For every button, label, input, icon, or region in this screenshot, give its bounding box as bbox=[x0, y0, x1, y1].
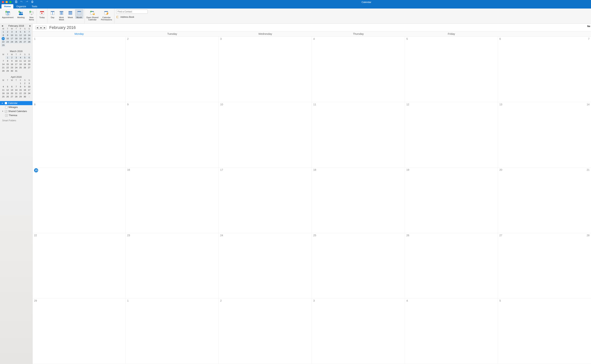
day-cell[interactable]: 11 bbox=[312, 102, 405, 168]
mini-day-cell[interactable]: 25 bbox=[1, 95, 5, 98]
find-contact-input[interactable] bbox=[116, 10, 148, 14]
mini-day-cell[interactable]: 17 bbox=[14, 63, 18, 66]
mini-day-cell[interactable]: 27 bbox=[27, 66, 31, 69]
mini-day-cell[interactable]: 12 bbox=[5, 88, 10, 92]
mini-day-cell[interactable]: 29 bbox=[5, 69, 10, 72]
mini-day-cell[interactable]: 11 bbox=[18, 59, 23, 63]
mini-day-cell[interactable]: 7 bbox=[1, 59, 5, 63]
mini-day-cell[interactable]: 16 bbox=[5, 37, 10, 40]
calendar-item-calendar[interactable]: ▶ Calendar bbox=[0, 101, 32, 105]
mini-prev-button[interactable]: ◀ bbox=[1, 25, 3, 27]
mini-day-cell[interactable]: 13 bbox=[27, 59, 31, 63]
mini-day-cell[interactable]: 19 bbox=[18, 37, 23, 40]
day-cell[interactable]: 3 bbox=[312, 299, 405, 364]
day-cell[interactable]: 2 bbox=[126, 37, 219, 102]
mini-day-cell[interactable]: 23 bbox=[10, 66, 14, 69]
mini-day-cell[interactable]: 28 bbox=[27, 40, 31, 44]
day-cell[interactable]: 4 bbox=[405, 299, 498, 364]
day-cell[interactable]: 3 bbox=[219, 37, 312, 102]
mini-day-cell[interactable]: 12 bbox=[18, 33, 23, 37]
next-period-button[interactable]: ▶ bbox=[43, 26, 46, 29]
new-items-button[interactable]: New Items bbox=[27, 9, 36, 21]
mini-day-cell[interactable]: 2 bbox=[10, 56, 14, 59]
mini-day-cell[interactable]: 2 bbox=[23, 82, 27, 85]
mini-day-cell[interactable]: 5 bbox=[5, 85, 10, 88]
mini-day-cell[interactable]: 1 bbox=[1, 30, 5, 33]
window-minimize-icon[interactable] bbox=[6, 1, 8, 3]
mini-day-cell[interactable]: 16 bbox=[23, 88, 27, 92]
mini-day-cell[interactable]: 7 bbox=[14, 85, 18, 88]
calendar-item-mileages[interactable]: Mileages bbox=[0, 105, 32, 109]
calendar-item-shared[interactable]: ▼ Shared Calendars bbox=[0, 109, 32, 113]
mini-day-cell[interactable]: 26 bbox=[23, 66, 27, 69]
day-cell[interactable]: 15 bbox=[32, 168, 126, 233]
view-day-button[interactable]: Day bbox=[49, 9, 57, 19]
mini-day-cell[interactable]: 30 bbox=[10, 69, 14, 72]
mini-day-cell[interactable]: 23 bbox=[5, 40, 10, 44]
mini-day-cell[interactable]: 4 bbox=[18, 56, 23, 59]
day-cell[interactable]: 25 bbox=[312, 233, 405, 299]
mini-day-cell[interactable]: 29 bbox=[18, 95, 23, 98]
mini-day-cell[interactable]: 8 bbox=[1, 33, 5, 37]
undo-icon[interactable] bbox=[20, 0, 23, 4]
day-cell[interactable]: 29 bbox=[32, 299, 126, 364]
mini-day-cell[interactable]: 8 bbox=[18, 85, 23, 88]
mini-day-cell[interactable]: 4 bbox=[14, 30, 18, 33]
print-icon[interactable] bbox=[31, 0, 34, 4]
mini-day-cell[interactable]: 23 bbox=[23, 92, 27, 95]
mini-day-cell[interactable]: 9 bbox=[23, 85, 27, 88]
tab-organize[interactable]: Organize bbox=[14, 4, 29, 8]
month-grid[interactable]: 1234567891011121314151617181920212223242… bbox=[32, 37, 591, 364]
mini-day-cell[interactable]: 25 bbox=[18, 66, 23, 69]
mini-day-cell[interactable]: 15 bbox=[18, 88, 23, 92]
tab-home[interactable]: Home bbox=[1, 4, 13, 8]
day-cell[interactable]: 5 bbox=[405, 37, 498, 102]
day-cell[interactable]: 9 bbox=[126, 102, 219, 168]
mini-day-cell[interactable]: 24 bbox=[10, 40, 14, 44]
mini-day-cell[interactable]: 29 bbox=[1, 44, 5, 47]
mini-day-cell[interactable]: 7 bbox=[27, 30, 31, 33]
today-diamond-button[interactable]: ◆ bbox=[39, 26, 43, 29]
mini-day-cell[interactable]: 27 bbox=[23, 40, 27, 44]
day-cell[interactable]: 12 bbox=[405, 102, 498, 168]
day-cell[interactable]: 23 bbox=[126, 233, 219, 299]
mini-day-cell[interactable]: 9 bbox=[10, 59, 14, 63]
open-shared-calendar-button[interactable]: Open Shared Calendar bbox=[86, 9, 99, 21]
day-cell[interactable]: 22 bbox=[32, 233, 126, 299]
mini-day-cell[interactable]: 21 bbox=[27, 37, 31, 40]
mini-day-cell[interactable]: 16 bbox=[10, 63, 14, 66]
mini-day-cell[interactable]: 20 bbox=[23, 37, 27, 40]
mini-day-cell[interactable]: 28 bbox=[14, 95, 18, 98]
calendar-item-theresa[interactable]: Theresa bbox=[0, 113, 32, 117]
mini-day-cell[interactable]: 20 bbox=[27, 63, 31, 66]
mini-day-cell[interactable]: 26 bbox=[18, 40, 23, 44]
mini-day-cell[interactable]: 31 bbox=[14, 69, 18, 72]
day-cell[interactable]: 2 bbox=[219, 299, 312, 364]
mini-day-cell[interactable]: 3 bbox=[27, 82, 31, 85]
redo-icon[interactable] bbox=[26, 0, 28, 4]
day-cell[interactable]: 10 bbox=[219, 102, 312, 168]
day-cell[interactable]: 67 bbox=[498, 37, 591, 102]
mini-day-cell[interactable]: 21 bbox=[14, 92, 18, 95]
view-workweek-button[interactable]: Work Week bbox=[57, 9, 65, 21]
mini-day-cell[interactable]: 9 bbox=[5, 33, 10, 37]
mini-day-cell[interactable]: 24 bbox=[27, 92, 31, 95]
mini-day-cell[interactable]: 17 bbox=[10, 37, 14, 40]
mini-day-cell[interactable]: 6 bbox=[23, 30, 27, 33]
day-cell[interactable]: 17 bbox=[219, 168, 312, 233]
day-cell[interactable]: 4 bbox=[312, 37, 405, 102]
mini-day-cell[interactable]: 12 bbox=[23, 59, 27, 63]
prev-period-button[interactable]: ◀ bbox=[35, 26, 39, 29]
new-appointment-button[interactable]: Appointment bbox=[1, 9, 14, 19]
mini-day-cell[interactable]: 6 bbox=[10, 85, 14, 88]
mini-day-cell[interactable]: 10 bbox=[10, 33, 14, 37]
day-cell[interactable]: 19 bbox=[405, 168, 498, 233]
day-cell[interactable]: 8 bbox=[32, 102, 126, 168]
day-cell[interactable]: 2728 bbox=[498, 233, 591, 299]
mini-day-cell[interactable]: 19 bbox=[5, 92, 10, 95]
mini-next-button[interactable]: ▶ bbox=[29, 25, 31, 27]
day-cell[interactable]: 24 bbox=[219, 233, 312, 299]
mini-day-cell[interactable]: 19 bbox=[23, 63, 27, 66]
tab-tools[interactable]: Tools bbox=[29, 4, 40, 8]
mini-day-cell[interactable]: 10 bbox=[14, 59, 18, 63]
